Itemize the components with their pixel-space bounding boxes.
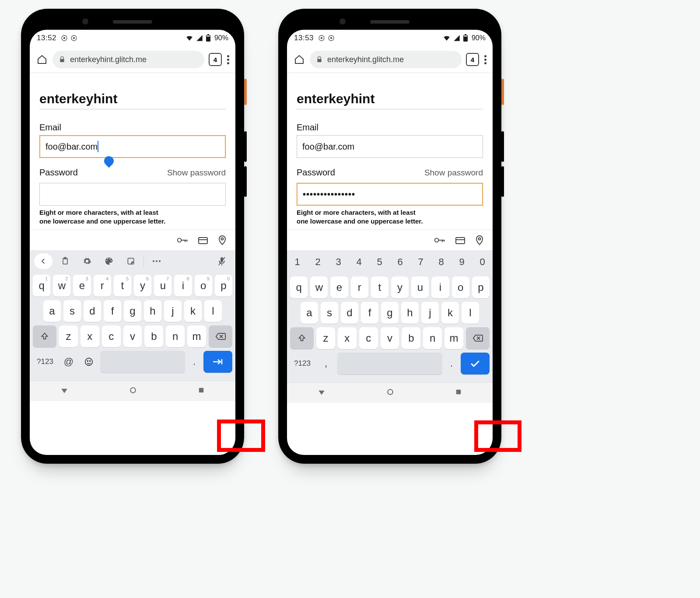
- emoji-key[interactable]: [80, 351, 98, 373]
- key-y[interactable]: y: [391, 276, 409, 298]
- key-g[interactable]: g: [381, 302, 399, 324]
- key-s[interactable]: s: [63, 300, 81, 322]
- mic-off-icon[interactable]: [213, 253, 231, 269]
- tabs-button[interactable]: 4: [209, 53, 222, 66]
- backspace-key[interactable]: [209, 325, 232, 347]
- home-icon[interactable]: [293, 54, 305, 65]
- space-key[interactable]: [100, 351, 185, 373]
- at-key[interactable]: @: [60, 351, 77, 373]
- key-m[interactable]: m: [187, 325, 206, 347]
- volume-down-button[interactable]: [244, 166, 247, 197]
- key-p[interactable]: p0: [215, 275, 232, 297]
- numkey-0[interactable]: 0: [472, 250, 493, 274]
- comma-key[interactable]: ,: [317, 353, 335, 374]
- location-icon[interactable]: [475, 235, 484, 245]
- home-icon[interactable]: [36, 54, 48, 65]
- nav-recent-icon[interactable]: [455, 388, 462, 398]
- enter-done-key[interactable]: [461, 353, 490, 374]
- numkey-7[interactable]: 7: [410, 250, 431, 274]
- key-f[interactable]: f: [104, 300, 121, 322]
- key-a[interactable]: a: [43, 300, 61, 322]
- key-z[interactable]: z: [316, 327, 335, 349]
- key-p[interactable]: p: [472, 276, 490, 298]
- key-q[interactable]: q1: [33, 275, 50, 297]
- key-e[interactable]: e3: [73, 275, 91, 297]
- numkey-9[interactable]: 9: [452, 250, 472, 274]
- backspace-key[interactable]: [466, 327, 490, 349]
- password-field[interactable]: •••••••••••••••: [297, 183, 483, 206]
- nav-back-icon[interactable]: [60, 386, 69, 396]
- key-j[interactable]: j: [421, 302, 439, 324]
- key-k[interactable]: k: [184, 300, 202, 322]
- key-d[interactable]: d: [341, 302, 358, 324]
- clipboard-icon[interactable]: [56, 253, 74, 269]
- key-y[interactable]: y6: [134, 275, 151, 297]
- key-h[interactable]: h: [401, 302, 419, 324]
- chevron-left-icon[interactable]: [34, 253, 52, 269]
- numkey-2[interactable]: 2: [308, 250, 328, 274]
- key-i[interactable]: i: [431, 276, 449, 298]
- key-u[interactable]: u: [411, 276, 429, 298]
- card-icon[interactable]: [198, 236, 208, 245]
- period-key[interactable]: .: [445, 353, 458, 374]
- key-icon[interactable]: [177, 236, 188, 245]
- nav-back-icon[interactable]: [317, 388, 326, 398]
- key-w[interactable]: w2: [53, 275, 70, 297]
- period-key[interactable]: .: [188, 351, 201, 373]
- key-z[interactable]: z: [59, 325, 78, 347]
- key-c[interactable]: c: [102, 325, 121, 347]
- key-n[interactable]: n: [166, 325, 185, 347]
- key-a[interactable]: a: [301, 302, 318, 324]
- numkey-8[interactable]: 8: [431, 250, 452, 274]
- shift-key[interactable]: [290, 327, 314, 349]
- nav-recent-icon[interactable]: [197, 386, 205, 396]
- address-bar[interactable]: enterkeyhint.glitch.me: [310, 51, 462, 68]
- power-button[interactable]: [244, 79, 247, 105]
- tabs-button[interactable]: 4: [466, 53, 479, 66]
- key-t[interactable]: t: [371, 276, 388, 298]
- gear-icon[interactable]: [78, 253, 96, 269]
- key-v[interactable]: v: [381, 327, 399, 349]
- show-password-toggle[interactable]: Show password: [167, 168, 226, 178]
- key-r[interactable]: r4: [94, 275, 111, 297]
- key-c[interactable]: c: [359, 327, 378, 349]
- key-u[interactable]: u7: [154, 275, 172, 297]
- volume-up-button[interactable]: [501, 131, 504, 162]
- symbols-key[interactable]: ?123: [290, 353, 315, 374]
- power-button[interactable]: [501, 79, 504, 105]
- key-k[interactable]: k: [441, 302, 459, 324]
- numkey-1[interactable]: 1: [287, 250, 308, 274]
- key-t[interactable]: t5: [114, 275, 131, 297]
- key-x[interactable]: x: [338, 327, 357, 349]
- menu-dots-icon[interactable]: [227, 55, 231, 64]
- key-l[interactable]: l: [462, 302, 479, 324]
- key-w[interactable]: w: [310, 276, 328, 298]
- key-r[interactable]: r: [351, 276, 368, 298]
- volume-up-button[interactable]: [244, 131, 247, 162]
- key-j[interactable]: j: [164, 300, 182, 322]
- numkey-5[interactable]: 5: [369, 250, 390, 274]
- key-x[interactable]: x: [80, 325, 99, 347]
- numkey-4[interactable]: 4: [349, 250, 369, 274]
- numkey-3[interactable]: 3: [328, 250, 349, 274]
- nav-home-icon[interactable]: [386, 388, 395, 398]
- enter-next-key[interactable]: [203, 351, 232, 373]
- key-n[interactable]: n: [423, 327, 442, 349]
- key-o[interactable]: o9: [195, 275, 212, 297]
- key-m[interactable]: m: [444, 327, 463, 349]
- key-v[interactable]: v: [123, 325, 142, 347]
- key-b[interactable]: b: [402, 327, 420, 349]
- key-d[interactable]: d: [84, 300, 101, 322]
- key-f[interactable]: f: [361, 302, 378, 324]
- key-b[interactable]: b: [144, 325, 163, 347]
- password-field[interactable]: [39, 183, 226, 206]
- more-icon[interactable]: [147, 253, 166, 269]
- menu-dots-icon[interactable]: [484, 55, 488, 64]
- key-s[interactable]: s: [321, 302, 338, 324]
- key-h[interactable]: h: [144, 300, 161, 322]
- address-bar[interactable]: enterkeyhint.glitch.me: [52, 51, 204, 68]
- key-q[interactable]: q: [290, 276, 308, 298]
- location-icon[interactable]: [218, 235, 227, 245]
- palette-icon[interactable]: [100, 253, 118, 269]
- card-icon[interactable]: [455, 236, 466, 245]
